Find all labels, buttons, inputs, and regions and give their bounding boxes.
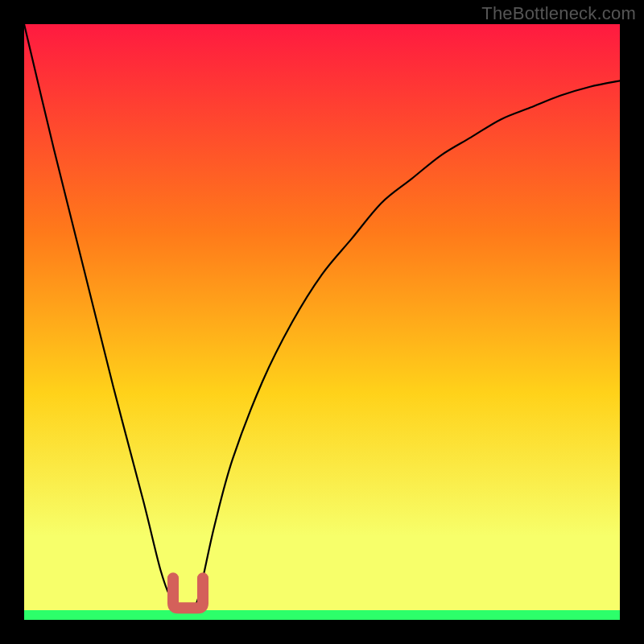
bottleneck-chart — [24, 24, 620, 620]
optimal-zone-strip — [24, 610, 620, 620]
watermark-text: TheBottleneck.com — [481, 3, 636, 24]
chart-frame: TheBottleneck.com — [0, 0, 644, 644]
plot-area — [24, 24, 620, 620]
gradient-background — [24, 24, 620, 620]
